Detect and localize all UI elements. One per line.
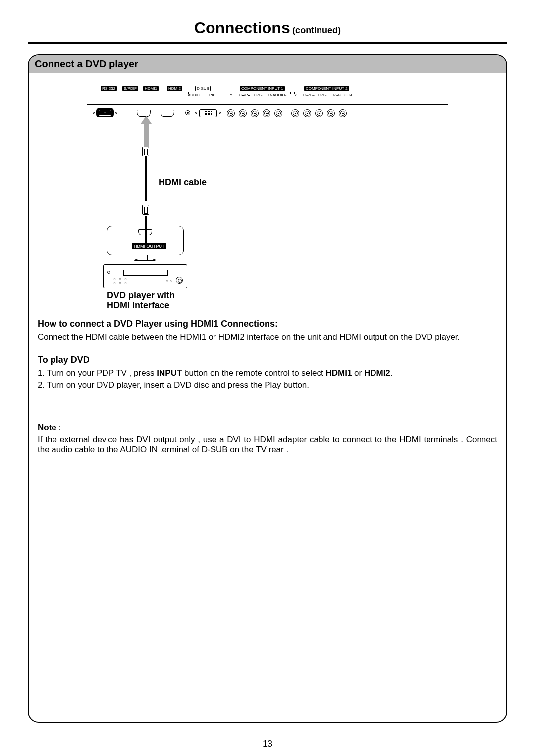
note-line: Note :	[38, 423, 497, 433]
rca-port-icon	[227, 109, 235, 117]
page-title: Connections (continued)	[28, 19, 507, 44]
screw-icon	[93, 112, 95, 114]
hdmi-output-port-icon	[138, 229, 152, 235]
comp1-cb: Cₘ/Pₘ	[239, 93, 250, 97]
label-pic: PIC	[209, 93, 215, 97]
title-sub: (continued)	[292, 25, 341, 35]
content-frame: Connect a DVD player RS-232 S/PDIF HDMI1…	[28, 54, 507, 723]
rca-port-icon	[327, 109, 335, 117]
comp1-audio: R-AUDIO-L	[268, 93, 289, 97]
front-knob-icon	[176, 277, 183, 284]
screw-icon	[115, 112, 117, 114]
rca-port-icon	[303, 109, 311, 117]
dvd-player-icon: ○ ○ ○ ○ ○ ○ ○ ○	[103, 264, 187, 288]
power-led-icon	[107, 271, 110, 274]
note-label: Note	[38, 423, 56, 432]
play1-b2: HDMI1	[325, 368, 352, 378]
hdmi-plug-icon	[142, 205, 149, 215]
hdmi-cable-label: HDMI cable	[159, 177, 207, 188]
screw-icon	[219, 112, 221, 114]
disc-tray-icon	[123, 270, 168, 276]
label-hdmi1: HDMI1	[143, 86, 159, 91]
hdmi2-port-icon	[160, 110, 174, 117]
rca-port-icon	[274, 109, 282, 117]
audio-jack-icon	[185, 110, 190, 115]
page-number: 13	[0, 739, 535, 749]
dsub-bracket	[188, 92, 215, 92]
comp2-bracket	[294, 92, 355, 92]
dvd-caption-line1: DVD player with	[107, 290, 175, 300]
tv-monitor-icon: HDMI OUTPUT	[107, 226, 184, 255]
vga-port-icon	[199, 109, 217, 117]
hdmi-plug-icon	[142, 147, 149, 156]
play1-mid: button on the remote control to select	[182, 368, 325, 378]
play-step-2: 2. Turn on your DVD player, insert a DVD…	[38, 380, 497, 390]
note-colon: :	[56, 423, 61, 432]
note-body: If the external device has DVI output on…	[38, 435, 497, 454]
rca-port-icon	[315, 109, 323, 117]
dvd-caption-line2: HDMI interface	[107, 301, 169, 310]
comp1-bracket	[230, 92, 291, 92]
play-step-1: 1. Turn on your PDP TV , press INPUT but…	[38, 368, 497, 378]
howto-body: Connect the HDMI cable between the HDMI1…	[38, 332, 497, 342]
port-labels-row: RS-232 S/PDIF HDMI1 HDMI2 D-SUB AUDIO PI…	[93, 86, 448, 101]
label-rs232: RS-232	[101, 86, 117, 91]
section-header: Connect a DVD player	[29, 55, 506, 73]
play1-b1: INPUT	[157, 368, 182, 378]
label-spdif: S/PDIF	[122, 86, 138, 91]
rca-port-icon	[239, 109, 247, 117]
comp2-cr: Cᵣ/Pᵣ	[318, 93, 326, 97]
title-main: Connections	[194, 19, 290, 37]
front-buttons-icon: ○ ○	[166, 279, 173, 282]
rs232-port-icon: ∙∙∙∙	[96, 108, 114, 117]
play1-end: .	[390, 368, 393, 378]
label-dsub: D-SUB	[195, 86, 211, 91]
play-heading: To play DVD	[38, 355, 497, 365]
label-comp1: COMPONENT INPUT 1	[240, 86, 285, 91]
screw-icon	[195, 112, 197, 114]
comp2-y: Y	[294, 93, 297, 97]
rca-port-icon	[339, 109, 347, 117]
stand-icon	[135, 255, 155, 262]
hdmi-output-label: HDMI OUTPUT	[132, 243, 166, 249]
play1-pre: 1. Turn on your PDP TV , press	[38, 368, 157, 378]
connection-diagram: RS-232 S/PDIF HDMI1 HDMI2 D-SUB AUDIO PI…	[87, 82, 448, 310]
rca-port-icon	[263, 109, 270, 117]
body-text: How to connect a DVD Player using HDMI1 …	[29, 319, 506, 454]
howto-heading: How to connect a DVD Player using HDMI1 …	[38, 319, 497, 329]
play1-b3: HDMI2	[364, 368, 390, 378]
comp2-cb: Cₘ/Pₘ	[303, 93, 315, 97]
rca-port-icon	[251, 109, 259, 117]
label-audio: AUDIO	[188, 93, 200, 97]
cable-line-icon	[145, 156, 147, 201]
label-hdmi2: HDMI2	[167, 86, 182, 91]
dvd-caption: DVD player with HDMI interface	[107, 290, 175, 310]
connection-arrow-icon	[144, 123, 149, 149]
label-comp2: COMPONENT INPUT 2	[304, 86, 349, 91]
play1-or: or	[352, 368, 364, 378]
front-dots-icon: ○ ○ ○	[113, 281, 128, 285]
comp1-cr: Cᵣ/Pᵣ	[254, 93, 262, 97]
comp2-audio: R-AUDIO-L	[333, 93, 353, 97]
comp1-y: Y	[230, 93, 232, 97]
rca-port-icon	[291, 109, 299, 117]
